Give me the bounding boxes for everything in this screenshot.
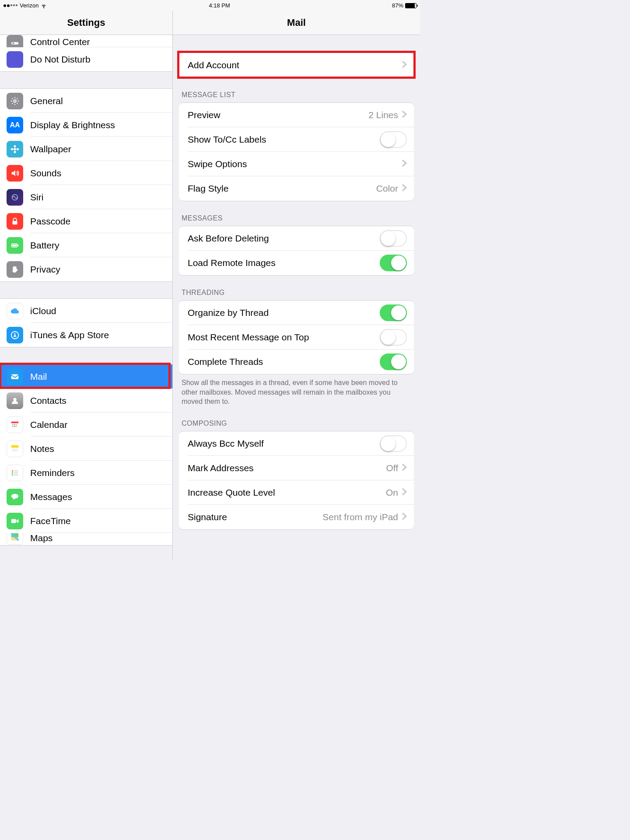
hand-icon — [7, 261, 23, 278]
toggle-always-bcc[interactable] — [380, 435, 407, 452]
row-label: Always Bcc Myself — [188, 438, 380, 449]
row-label: Complete Threads — [188, 357, 380, 367]
maps-icon — [7, 533, 23, 545]
toggle-organize-by-thread[interactable] — [380, 304, 407, 321]
sidebar-item-messages[interactable]: Messages — [0, 485, 172, 509]
sidebar-item-icloud[interactable]: iCloud — [0, 299, 172, 323]
row-always-bcc[interactable]: Always Bcc Myself — [179, 431, 414, 456]
siri-icon — [7, 189, 23, 206]
sidebar-item-label: FaceTime — [30, 516, 172, 526]
status-right: 87% — [392, 2, 416, 9]
sidebar-item-label: iTunes & App Store — [30, 330, 172, 340]
row-show-tocc[interactable]: Show To/Cc Labels — [179, 127, 414, 152]
row-ask-before-deleting[interactable]: Ask Before Deleting — [179, 226, 414, 251]
sidebar-item-itunes-appstore[interactable]: iTunes & App Store — [0, 323, 172, 347]
svg-point-3 — [14, 148, 16, 150]
sidebar-item-display-brightness[interactable]: AA Display & Brightness — [0, 113, 172, 137]
row-swipe-options[interactable]: Swipe Options — [179, 152, 414, 176]
sidebar-item-label: Maps — [30, 533, 172, 543]
row-most-recent-top[interactable]: Most Recent Message on Top — [179, 325, 414, 350]
row-label: Signature — [188, 512, 322, 522]
row-signature[interactable]: Signature Sent from my iPad — [179, 505, 414, 529]
sidebar-item-general[interactable]: General — [0, 89, 172, 113]
sidebar-item-reminders[interactable]: Reminders — [0, 461, 172, 485]
sidebar-item-maps[interactable]: Maps — [0, 533, 172, 545]
sidebar-item-mail[interactable]: Mail — [0, 364, 172, 388]
sidebar-item-label: Do Not Disturb — [30, 54, 172, 65]
title-bar: Settings Mail — [0, 11, 420, 35]
row-label: Swipe Options — [188, 159, 402, 169]
svg-rect-32 — [11, 519, 16, 523]
row-label: Increase Quote Level — [188, 487, 386, 498]
row-flag-style[interactable]: Flag Style Color — [179, 176, 414, 201]
sidebar-item-label: Privacy — [30, 264, 172, 275]
facetime-icon — [7, 513, 23, 529]
row-label: Preview — [188, 110, 368, 120]
wifi-icon — [41, 3, 47, 9]
sidebar-item-facetime[interactable]: FaceTime — [0, 509, 172, 533]
chevron-right-icon — [402, 183, 407, 194]
svg-rect-14 — [11, 374, 19, 379]
svg-point-18 — [14, 424, 15, 425]
sidebar-item-do-not-disturb[interactable]: Do Not Disturb — [0, 47, 172, 71]
row-increase-quote-level[interactable]: Increase Quote Level On — [179, 480, 414, 505]
sidebar: Control Center Do Not Disturb General AA — [0, 35, 173, 560]
section-header-message-list: MESSAGE LIST — [173, 78, 420, 102]
moon-icon — [7, 51, 23, 68]
row-preview[interactable]: Preview 2 Lines — [179, 103, 414, 127]
sidebar-item-siri[interactable]: Siri — [0, 185, 172, 209]
battery-pct-label: 87% — [392, 2, 403, 9]
sidebar-item-label: Battery — [30, 240, 172, 251]
sidebar-item-label: Mail — [30, 371, 172, 382]
control-center-icon — [7, 35, 23, 47]
battery-icon — [7, 237, 23, 254]
lock-icon — [7, 213, 23, 230]
detail-title: Mail — [173, 11, 420, 35]
sidebar-item-control-center[interactable]: Control Center — [0, 35, 172, 47]
sidebar-item-contacts[interactable]: Contacts — [0, 388, 172, 413]
svg-point-7 — [17, 148, 19, 150]
row-value: Sent from my iPad — [322, 512, 398, 522]
svg-point-20 — [13, 426, 14, 427]
toggle-show-tocc[interactable] — [380, 131, 407, 148]
sidebar-item-sounds[interactable]: Sounds — [0, 161, 172, 185]
sidebar-item-passcode[interactable]: Passcode — [0, 209, 172, 233]
row-mark-addresses[interactable]: Mark Addresses Off — [179, 456, 414, 480]
sidebar-item-wallpaper[interactable]: Wallpaper — [0, 137, 172, 161]
sidebar-item-notes[interactable]: Notes — [0, 437, 172, 461]
cloud-icon — [7, 303, 23, 319]
sidebar-item-calendar[interactable]: Calendar — [0, 413, 172, 437]
svg-point-15 — [13, 398, 16, 401]
aa-icon: AA — [7, 117, 23, 133]
battery-icon — [405, 3, 416, 8]
gear-icon — [7, 93, 23, 109]
chevron-right-icon — [402, 487, 407, 498]
toggle-load-remote-images[interactable] — [380, 255, 407, 271]
sidebar-item-label: General — [30, 96, 172, 106]
row-load-remote-images[interactable]: Load Remote Images — [179, 251, 414, 275]
toggle-complete-threads[interactable] — [380, 354, 407, 370]
row-label: Show To/Cc Labels — [188, 134, 380, 145]
row-add-account[interactable]: Add Account — [179, 53, 414, 77]
row-label: Most Recent Message on Top — [188, 332, 380, 343]
row-label: Organize by Thread — [188, 308, 380, 318]
chevron-right-icon — [402, 462, 407, 474]
notes-icon — [7, 441, 23, 457]
appstore-icon — [7, 327, 23, 343]
sidebar-item-label: Calendar — [30, 420, 172, 430]
row-organize-by-thread[interactable]: Organize by Thread — [179, 301, 414, 325]
svg-point-27 — [12, 472, 14, 474]
mail-icon — [7, 368, 23, 385]
sidebar-item-label: Wallpaper — [30, 144, 172, 154]
sidebar-item-privacy[interactable]: Privacy — [0, 257, 172, 281]
row-value: 2 Lines — [368, 110, 398, 120]
svg-point-28 — [12, 474, 14, 476]
chevron-right-icon — [402, 511, 407, 523]
toggle-most-recent-top[interactable] — [380, 329, 407, 346]
sidebar-item-label: Display & Brightness — [30, 120, 172, 130]
svg-rect-16 — [11, 421, 19, 423]
sidebar-item-battery[interactable]: Battery — [0, 233, 172, 257]
section-header-composing: COMPOSING — [173, 406, 420, 431]
toggle-ask-before-deleting[interactable] — [380, 230, 407, 247]
row-complete-threads[interactable]: Complete Threads — [179, 350, 414, 374]
